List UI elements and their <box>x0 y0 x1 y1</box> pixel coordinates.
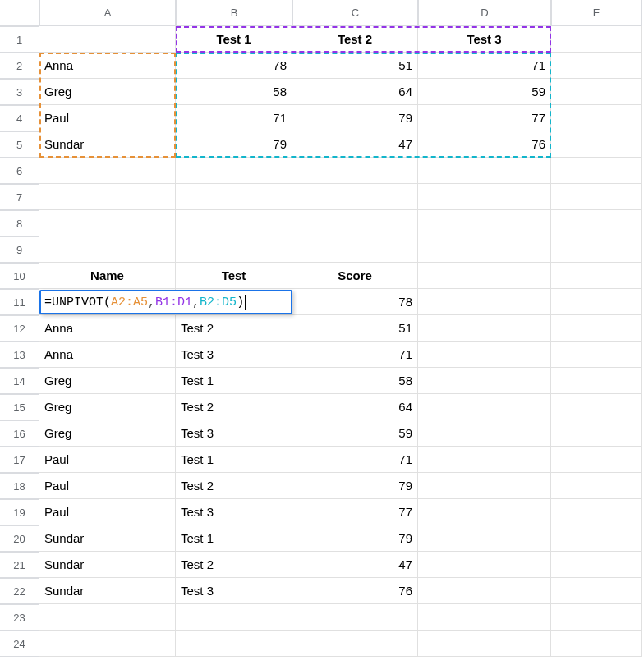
cell-C21[interactable]: 47 <box>292 552 418 578</box>
cell-C5[interactable]: 47 <box>292 131 418 158</box>
cell-D13[interactable] <box>418 342 551 368</box>
cell-D5[interactable]: 76 <box>418 131 551 158</box>
cell-B21[interactable]: Test 2 <box>176 552 292 578</box>
formula-editor[interactable]: =UNPIVOT(A2:A5,B1:D1,B2:D5) <box>39 290 292 314</box>
cell-D21[interactable] <box>418 552 551 578</box>
row-header-15[interactable]: 15 <box>0 394 39 420</box>
row-header-14[interactable]: 14 <box>0 368 39 394</box>
cell-D14[interactable] <box>418 368 551 394</box>
cell-A10[interactable]: Name <box>39 263 176 289</box>
cell-A6[interactable] <box>39 158 176 184</box>
cell-B5[interactable]: 79 <box>176 131 292 158</box>
cell-B23[interactable] <box>176 604 292 631</box>
cell-A13[interactable]: Anna <box>39 342 176 368</box>
cell-E16[interactable] <box>551 420 642 447</box>
cell-C9[interactable] <box>292 236 418 263</box>
cell-D16[interactable] <box>418 420 551 447</box>
cell-E12[interactable] <box>551 315 642 342</box>
cell-A14[interactable]: Greg <box>39 368 176 394</box>
cell-D4[interactable]: 77 <box>418 105 551 131</box>
cell-E7[interactable] <box>551 184 642 210</box>
row-header-19[interactable]: 19 <box>0 499 39 525</box>
row-header-23[interactable]: 23 <box>0 604 39 631</box>
cell-B4[interactable]: 71 <box>176 105 292 131</box>
cell-E24[interactable] <box>551 631 642 657</box>
cell-A4[interactable]: Paul <box>39 105 176 131</box>
cell-D20[interactable] <box>418 525 551 552</box>
cell-D12[interactable] <box>418 315 551 342</box>
cell-C19[interactable]: 77 <box>292 499 418 525</box>
row-header-7[interactable]: 7 <box>0 184 39 210</box>
cell-B2[interactable]: 78 <box>176 53 292 79</box>
cell-D3[interactable]: 59 <box>418 79 551 105</box>
row-header-12[interactable]: 12 <box>0 315 39 342</box>
cell-D2[interactable]: 71 <box>418 53 551 79</box>
cell-A5[interactable]: Sundar <box>39 131 176 158</box>
row-header-5[interactable]: 5 <box>0 131 39 158</box>
cell-E8[interactable] <box>551 210 642 236</box>
row-header-13[interactable]: 13 <box>0 342 39 368</box>
cell-B16[interactable]: Test 3 <box>176 420 292 447</box>
cell-A3[interactable]: Greg <box>39 79 176 105</box>
cell-D15[interactable] <box>418 394 551 420</box>
cell-E11[interactable] <box>551 289 642 315</box>
cell-A1[interactable] <box>39 26 176 53</box>
cell-C4[interactable]: 79 <box>292 105 418 131</box>
cell-C22[interactable]: 76 <box>292 578 418 604</box>
cell-B15[interactable]: Test 2 <box>176 394 292 420</box>
row-header-10[interactable]: 10 <box>0 263 39 289</box>
cell-E2[interactable] <box>551 53 642 79</box>
cell-C12[interactable]: 51 <box>292 315 418 342</box>
col-header-A[interactable]: A <box>39 0 176 26</box>
row-header-4[interactable]: 4 <box>0 105 39 131</box>
cell-A21[interactable]: Sundar <box>39 552 176 578</box>
cell-B19[interactable]: Test 3 <box>176 499 292 525</box>
cell-D11[interactable] <box>418 289 551 315</box>
cell-B1[interactable]: Test 1 <box>176 26 292 53</box>
cell-A2[interactable]: Anna <box>39 53 176 79</box>
cell-B14[interactable]: Test 1 <box>176 368 292 394</box>
row-header-21[interactable]: 21 <box>0 552 39 578</box>
cell-D10[interactable] <box>418 263 551 289</box>
cell-B3[interactable]: 58 <box>176 79 292 105</box>
cell-B12[interactable]: Test 2 <box>176 315 292 342</box>
spreadsheet-grid[interactable]: A B C D E 1 Test 1 Test 2 Test 3 2 Anna … <box>0 0 644 657</box>
cell-C1[interactable]: Test 2 <box>292 26 418 53</box>
cell-E10[interactable] <box>551 263 642 289</box>
cell-D24[interactable] <box>418 631 551 657</box>
cell-A24[interactable] <box>39 631 176 657</box>
cell-C11[interactable]: 78 <box>292 289 418 315</box>
row-header-20[interactable]: 20 <box>0 525 39 552</box>
cell-A18[interactable]: Paul <box>39 473 176 499</box>
row-header-6[interactable]: 6 <box>0 158 39 184</box>
cell-C15[interactable]: 64 <box>292 394 418 420</box>
cell-E14[interactable] <box>551 368 642 394</box>
cell-A19[interactable]: Paul <box>39 499 176 525</box>
select-all-corner[interactable] <box>0 0 39 26</box>
cell-D19[interactable] <box>418 499 551 525</box>
cell-E19[interactable] <box>551 499 642 525</box>
row-header-8[interactable]: 8 <box>0 210 39 236</box>
cell-C23[interactable] <box>292 604 418 631</box>
cell-E17[interactable] <box>551 447 642 473</box>
cell-C7[interactable] <box>292 184 418 210</box>
row-header-24[interactable]: 24 <box>0 631 39 657</box>
cell-B17[interactable]: Test 1 <box>176 447 292 473</box>
row-header-9[interactable]: 9 <box>0 236 39 263</box>
cell-D7[interactable] <box>418 184 551 210</box>
cell-E1[interactable] <box>551 26 642 53</box>
cell-D9[interactable] <box>418 236 551 263</box>
cell-B13[interactable]: Test 3 <box>176 342 292 368</box>
row-header-22[interactable]: 22 <box>0 578 39 604</box>
cell-E22[interactable] <box>551 578 642 604</box>
cell-D8[interactable] <box>418 210 551 236</box>
cell-A12[interactable]: Anna <box>39 315 176 342</box>
cell-B20[interactable]: Test 1 <box>176 525 292 552</box>
cell-A23[interactable] <box>39 604 176 631</box>
cell-E9[interactable] <box>551 236 642 263</box>
cell-A9[interactable] <box>39 236 176 263</box>
cell-A20[interactable]: Sundar <box>39 525 176 552</box>
cell-E15[interactable] <box>551 394 642 420</box>
cell-C2[interactable]: 51 <box>292 53 418 79</box>
row-header-18[interactable]: 18 <box>0 473 39 499</box>
